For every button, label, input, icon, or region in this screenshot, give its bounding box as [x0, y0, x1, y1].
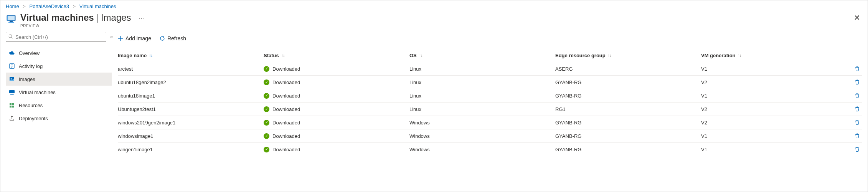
- table-row: Ubuntugen2test1✓DownloadedLinuxRG1V2: [118, 103, 862, 116]
- table-row: ubuntu18gen2image2✓DownloadedLinuxGYANB-…: [118, 76, 862, 89]
- sidebar-item-label: Resources: [19, 103, 43, 108]
- table-row: wingen1image1✓DownloadedWindowsGYANB-RGV…: [118, 143, 862, 156]
- status-text: Downloaded: [272, 79, 300, 85]
- trash-icon: [855, 93, 860, 98]
- refresh-button[interactable]: Refresh: [160, 35, 186, 41]
- cloud-icon: [9, 50, 15, 56]
- sidebar-item-label: Overview: [19, 50, 40, 56]
- image-name-cell[interactable]: Ubuntugen2test1: [118, 106, 264, 112]
- vmgen-cell: V1: [701, 133, 847, 139]
- refresh-icon: [160, 36, 165, 41]
- col-label: Status: [264, 53, 279, 58]
- status-text: Downloaded: [272, 66, 300, 72]
- image-name-cell[interactable]: ubuntu18image1: [118, 93, 264, 99]
- status-cell: ✓Downloaded: [264, 147, 409, 152]
- col-status[interactable]: Status ↑↓: [264, 53, 409, 58]
- sidebar-item-images[interactable]: Images: [6, 73, 112, 86]
- os-cell: Linux: [409, 106, 555, 112]
- image-name-cell[interactable]: windowsimage1: [118, 133, 264, 139]
- search-input[interactable]: [15, 34, 104, 40]
- page-header: Virtual machines | Images ⋯ PREVIEW ✕: [6, 12, 862, 32]
- add-image-button[interactable]: Add image: [118, 35, 151, 41]
- sidebar-item-resources[interactable]: Resources: [6, 99, 112, 112]
- status-cell: ✓Downloaded: [264, 120, 409, 126]
- status-cell: ✓Downloaded: [264, 66, 409, 72]
- resources-icon: [9, 102, 15, 108]
- image-name-cell[interactable]: wingen1image1: [118, 147, 264, 152]
- svg-rect-3: [8, 22, 14, 23]
- status-cell: ✓Downloaded: [264, 79, 409, 85]
- breadcrumb-separator: >: [70, 3, 78, 9]
- erg-cell: RG1: [555, 106, 701, 112]
- status-success-icon: ✓: [264, 133, 269, 139]
- deployments-icon: [9, 115, 15, 121]
- more-actions-button[interactable]: ⋯: [138, 14, 145, 23]
- col-image-name[interactable]: Image name ↑↓: [118, 53, 264, 58]
- erg-cell: GYANB-RG: [555, 79, 701, 85]
- sort-icon: ↑↓: [738, 53, 741, 58]
- delete-button[interactable]: [855, 93, 862, 99]
- col-os[interactable]: OS ↑↓: [409, 53, 555, 58]
- sidebar-item-label: Virtual machines: [19, 89, 56, 95]
- svg-rect-15: [10, 103, 12, 105]
- col-label: OS: [409, 53, 417, 58]
- close-button[interactable]: ✕: [851, 12, 862, 23]
- trash-icon: [855, 119, 860, 125]
- col-vm-generation[interactable]: VM generation ↑↓: [701, 53, 847, 58]
- svg-line-5: [12, 37, 13, 38]
- image-name-cell[interactable]: ubuntu18gen2image2: [118, 79, 264, 85]
- col-label: Image name: [118, 53, 147, 58]
- delete-button[interactable]: [855, 66, 862, 72]
- images-icon: [9, 76, 15, 82]
- trash-icon: [855, 79, 860, 84]
- delete-button[interactable]: [855, 119, 862, 126]
- sort-icon: ↑↓: [608, 53, 611, 58]
- refresh-label: Refresh: [167, 35, 186, 41]
- breadcrumb-link-device[interactable]: PortalAseDevice3: [30, 3, 69, 9]
- svg-rect-14: [10, 94, 14, 95]
- sidebar-item-overview[interactable]: Overview: [6, 46, 112, 60]
- status-success-icon: ✓: [264, 106, 269, 112]
- status-cell: ✓Downloaded: [264, 106, 409, 112]
- delete-button[interactable]: [855, 133, 862, 139]
- delete-button[interactable]: [855, 106, 862, 113]
- vmgen-cell: V2: [701, 79, 847, 85]
- erg-cell: ASERG: [555, 66, 701, 72]
- sidebar-item-virtual-machines[interactable]: Virtual machines: [6, 86, 112, 99]
- toolbar: Add image Refresh: [118, 32, 862, 45]
- svg-rect-12: [9, 90, 15, 93]
- breadcrumb-link-home[interactable]: Home: [6, 3, 19, 9]
- search-box[interactable]: [6, 32, 106, 42]
- status-text: Downloaded: [272, 133, 300, 139]
- sidebar-nav: Overview Activity log Images Virtual mac…: [6, 46, 112, 125]
- vm-small-icon: [9, 89, 15, 95]
- svg-rect-1: [8, 16, 15, 20]
- table-row: ubuntu18image1✓DownloadedLinuxGYANB-RGV1: [118, 89, 862, 103]
- trash-icon: [855, 146, 860, 152]
- images-table: Image name ↑↓ Status ↑↓ OS ↑↓ Edge resou…: [118, 49, 862, 156]
- page-section: Images: [101, 12, 131, 23]
- breadcrumb-link-vm[interactable]: Virtual machines: [79, 3, 116, 9]
- breadcrumb: Home > PortalAseDevice3 > Virtual machin…: [6, 3, 862, 12]
- col-edge-resource-group[interactable]: Edge resource group ↑↓: [555, 53, 701, 58]
- delete-button[interactable]: [855, 146, 862, 153]
- image-name-cell[interactable]: arctest: [118, 66, 264, 72]
- status-cell: ✓Downloaded: [264, 133, 409, 139]
- svg-rect-13: [11, 94, 13, 94]
- sidebar-item-activity-log[interactable]: Activity log: [6, 60, 112, 73]
- status-success-icon: ✓: [264, 66, 269, 72]
- image-name-cell[interactable]: windows2019gen2image1: [118, 120, 264, 126]
- delete-button[interactable]: [855, 79, 862, 86]
- status-text: Downloaded: [272, 93, 300, 99]
- vmgen-cell: V1: [701, 66, 847, 72]
- sidebar: « Overview Activity log Images: [6, 32, 112, 192]
- table-header-row: Image name ↑↓ Status ↑↓ OS ↑↓ Edge resou…: [118, 49, 862, 62]
- status-success-icon: ✓: [264, 147, 269, 152]
- sidebar-item-deployments[interactable]: Deployments: [6, 112, 112, 125]
- sidebar-item-label: Deployments: [19, 116, 48, 121]
- os-cell: Windows: [409, 133, 555, 139]
- status-success-icon: ✓: [264, 93, 269, 99]
- os-cell: Linux: [409, 93, 555, 99]
- status-success-icon: ✓: [264, 120, 269, 126]
- table-row: windowsimage1✓DownloadedWindowsGYANB-RGV…: [118, 129, 862, 143]
